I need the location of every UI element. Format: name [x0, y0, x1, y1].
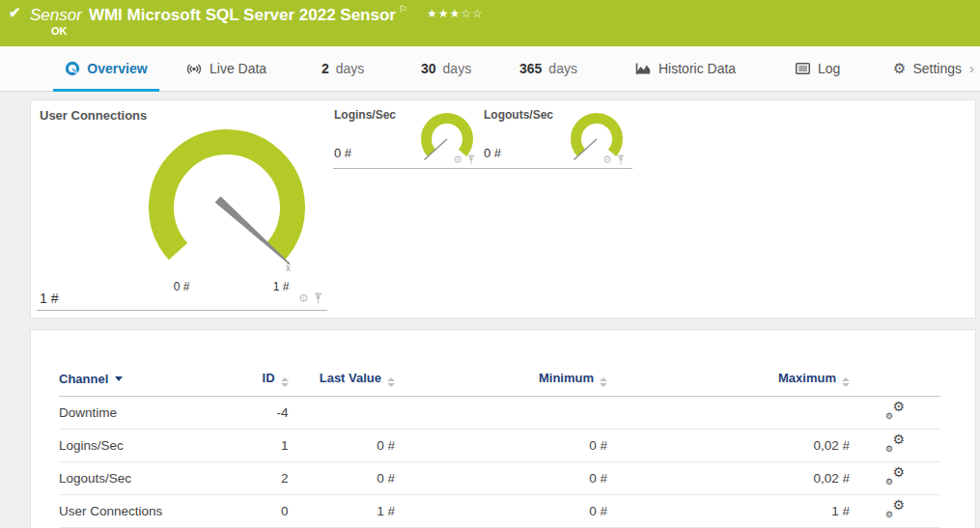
sort-toggle-icon: [387, 377, 395, 387]
status-badge: OK: [51, 25, 68, 37]
channel-settings-gears-icon[interactable]: ⚙⚙: [885, 468, 905, 486]
channel-maximum: 1 #: [607, 495, 850, 528]
column-header-actions: [850, 365, 940, 397]
tab-30-days[interactable]: 30 days: [421, 46, 471, 91]
tab-2-days-unit: days: [336, 61, 365, 76]
channel-last-value: 0 #: [289, 462, 396, 495]
channel-name[interactable]: Downtime: [59, 397, 244, 430]
channel-name[interactable]: Logouts/Sec: [59, 462, 244, 495]
channel-settings-gear-icon[interactable]: ⚙: [602, 153, 612, 165]
pin-channel-icon[interactable]: [467, 154, 475, 165]
sensor-status-header: ✔ SensorWMI Microsoft SQL Server 2022 Se…: [0, 0, 980, 46]
gauge-icon: [65, 61, 80, 76]
tab-historic-data-label: Historic Data: [658, 61, 736, 76]
pin-channel-icon[interactable]: [617, 154, 625, 165]
tab-2-days-number: 2: [322, 61, 329, 76]
page-title: WMI Microsoft SQL Server 2022 Sensor: [89, 6, 396, 24]
channel-settings-gear-icon[interactable]: ⚙: [298, 292, 309, 304]
area-chart-icon: [635, 62, 652, 76]
column-header-maximum[interactable]: Maximum: [607, 365, 850, 397]
channel-maximum: [607, 397, 850, 430]
tab-365-days-number: 365: [519, 61, 542, 76]
table-row: Logouts/Sec 2 0 # 0 # 0,02 # ⚙⚙: [59, 462, 940, 495]
channel-maximum: 0,02 #: [607, 462, 850, 495]
sort-descending-icon: [115, 376, 123, 381]
logins-panel-divider: [333, 168, 483, 169]
channel-id: 0: [244, 495, 288, 528]
channel-last-value: 0 #: [289, 430, 396, 462]
column-header-minimum[interactable]: Minimum: [395, 365, 607, 397]
status-ok-check-icon: ✔: [9, 4, 21, 21]
tab-historic-data[interactable]: Historic Data: [635, 46, 736, 91]
channel-minimum: [395, 397, 607, 430]
gauge-average-marker: x̄: [286, 263, 291, 273]
channels-table: Channel ID Last Value Minimum Maximum Do…: [59, 365, 940, 528]
active-tab-underline: [53, 89, 159, 92]
column-header-maximum-label: Maximum: [778, 371, 836, 385]
tab-log-label: Log: [818, 61, 840, 76]
pin-channel-icon[interactable]: [314, 292, 322, 304]
stars-filled: ★★★: [427, 7, 461, 20]
tab-bar: Overview Live Data 2 days 30 days 365 da…: [0, 46, 980, 92]
flag-icon[interactable]: ⚐: [399, 4, 407, 14]
log-list-icon: [795, 62, 811, 75]
tab-overview-label: Overview: [87, 61, 147, 76]
tab-2-days[interactable]: 2 days: [322, 46, 364, 91]
channel-settings-gears-icon[interactable]: ⚙⚙: [885, 435, 905, 453]
channel-last-value: [289, 397, 396, 430]
column-header-channel-label: Channel: [59, 372, 108, 386]
channel-last-value: 1 #: [289, 495, 396, 528]
tab-overview[interactable]: Overview: [53, 46, 159, 91]
column-header-minimum-label: Minimum: [539, 371, 594, 385]
column-header-last-value[interactable]: Last Value: [289, 365, 396, 397]
channel-id: -4: [244, 397, 288, 430]
tab-30-days-unit: days: [443, 61, 472, 76]
column-header-channel[interactable]: Channel: [59, 365, 244, 397]
tab-30-days-number: 30: [421, 61, 436, 76]
stars-empty: ☆☆: [461, 7, 484, 20]
channel-settings-gears-icon[interactable]: ⚙⚙: [885, 501, 905, 518]
gauges-card: User Connections x̄ 0 # 1 # 1 # ⚙ Logins…: [30, 99, 976, 319]
primary-gauge-title: User Connections: [40, 108, 147, 123]
primary-gauge-current-value: 1 #: [40, 291, 58, 306]
primary-panel-divider: [37, 310, 327, 311]
primary-gauge: [145, 125, 311, 280]
sort-toggle-icon: [842, 377, 850, 387]
tab-live-data[interactable]: Live Data: [185, 46, 266, 91]
table-row: Logins/Sec 1 0 # 0 # 0,02 # ⚙⚙: [59, 430, 940, 462]
live-data-icon: [185, 62, 203, 76]
channel-minimum: 0 #: [395, 495, 607, 528]
logouts-gauge-actions: ⚙: [602, 153, 625, 165]
priority-stars[interactable]: ★★★☆☆: [427, 7, 484, 20]
column-header-id[interactable]: ID: [244, 365, 288, 397]
primary-gauge-min-label: 0 #: [159, 280, 204, 293]
channel-name[interactable]: Logins/Sec: [59, 430, 244, 462]
logouts-panel-divider: [483, 168, 632, 169]
logouts-gauge-title: Logouts/Sec: [484, 108, 553, 122]
logins-gauge-current-value: 0 #: [334, 146, 351, 160]
channel-settings-gear-icon[interactable]: ⚙: [453, 153, 462, 165]
channel-minimum: 0 #: [395, 462, 607, 495]
channels-card: Channel ID Last Value Minimum Maximum Do…: [30, 329, 976, 528]
channel-id: 2: [244, 462, 288, 495]
channel-id: 1: [244, 430, 288, 462]
sensor-page: ✔ SensorWMI Microsoft SQL Server 2022 Se…: [0, 0, 980, 528]
channel-settings-gears-icon[interactable]: ⚙⚙: [885, 403, 905, 420]
logins-gauge-title: Logins/Sec: [334, 108, 396, 122]
column-header-last-value-label: Last Value: [320, 371, 381, 385]
channel-name[interactable]: User Connections: [59, 495, 244, 528]
tab-settings-label: Settings: [912, 61, 962, 76]
tab-365-days[interactable]: 365 days: [519, 46, 577, 91]
tabs-overflow-chevron-icon[interactable]: ›: [969, 60, 974, 76]
tab-log[interactable]: Log: [795, 46, 840, 91]
primary-gauge-actions: ⚙: [298, 292, 322, 304]
sensor-titleline: SensorWMI Microsoft SQL Server 2022 Sens…: [30, 4, 484, 25]
sort-toggle-icon: [600, 377, 607, 387]
column-header-id-label: ID: [263, 371, 275, 385]
channel-maximum: 0,02 #: [607, 430, 850, 462]
tab-live-data-label: Live Data: [210, 61, 266, 76]
logins-gauge-actions: ⚙: [453, 153, 475, 165]
sensor-kind-label: Sensor: [30, 6, 82, 24]
primary-gauge-max-label: 1 #: [259, 280, 303, 293]
tab-settings[interactable]: ⚙ Settings: [893, 46, 962, 91]
